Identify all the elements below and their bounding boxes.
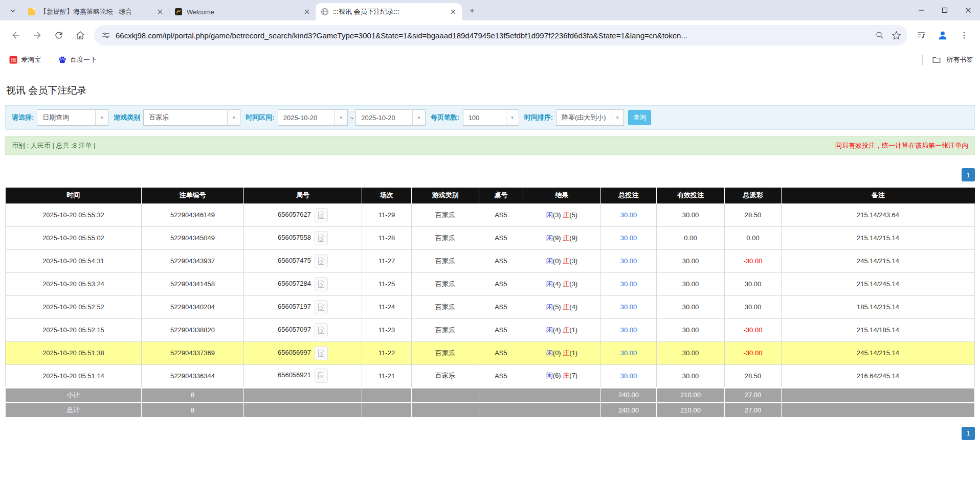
result-player: 闲	[546, 257, 553, 265]
video-replay-button[interactable]	[315, 208, 328, 222]
all-bookmarks-label[interactable]: 所有书签	[946, 55, 973, 64]
video-replay-button[interactable]	[315, 369, 328, 383]
total-bet-link[interactable]: 30.00	[620, 280, 637, 288]
chevron-down-icon: ▾	[611, 110, 623, 125]
summary-cell: 小计	[6, 387, 142, 402]
video-replay-button[interactable]	[315, 300, 328, 314]
result-player-count: (4)	[553, 280, 561, 288]
page-1-button[interactable]: 1	[962, 427, 975, 440]
video-replay-button[interactable]	[315, 231, 328, 245]
time-cell: 2025-10-20 05:54:31	[6, 249, 142, 272]
video-replay-button[interactable]	[315, 323, 328, 337]
total-bet-link[interactable]: 30.00	[620, 234, 637, 242]
valid-bet-cell: 30.00	[657, 341, 725, 364]
bookmarks-bar: 淘 爱淘宝 百度一下 所有书签	[0, 50, 980, 70]
media-controls-button[interactable]	[912, 26, 930, 44]
total-bet-link[interactable]: 30.00	[620, 372, 637, 380]
new-tab-button[interactable]	[465, 4, 479, 18]
date-range-tilde: ~	[350, 114, 354, 122]
result-banker: 庄	[563, 349, 569, 357]
reload-button[interactable]	[50, 26, 68, 44]
site-info-icon[interactable]	[101, 31, 110, 40]
payout-cell: -30.00	[725, 341, 782, 364]
page-1-button[interactable]: 1	[962, 168, 975, 181]
minimize-button[interactable]	[909, 0, 933, 20]
tab-welcome[interactable]: Welcome	[169, 3, 316, 20]
tab-search-button[interactable]	[5, 3, 20, 18]
column-header: 时间	[6, 188, 142, 203]
bookmark-taobao[interactable]: 淘 爱淘宝	[7, 53, 43, 67]
game-type-select[interactable]: 百家乐 ▾	[143, 109, 240, 126]
page-size-value: 100	[463, 110, 506, 125]
total-bet-cell: 30.00	[601, 318, 657, 341]
session-cell: 11-23	[362, 318, 412, 341]
game-type-cell: 百家乐	[412, 226, 479, 249]
profile-avatar[interactable]	[933, 26, 952, 44]
baidu-paw-icon	[58, 56, 66, 64]
round-number: 656057097	[278, 326, 311, 333]
total-bet-cell: 30.00	[601, 249, 657, 272]
result-player: 闲	[546, 326, 553, 334]
session-cell: 11-21	[362, 364, 412, 387]
chevron-down-icon: ▾	[95, 110, 108, 125]
total-bet-link[interactable]: 30.00	[620, 303, 637, 311]
total-bet-link[interactable]: 30.00	[620, 211, 637, 219]
tab-close-icon[interactable]	[302, 7, 311, 16]
sort-order-select[interactable]: 降幂(由大到小) ▾	[556, 109, 624, 126]
page-size-select[interactable]: 100 ▾	[463, 109, 519, 126]
result-banker-count: (1)	[569, 326, 577, 334]
zoom-button[interactable]	[872, 27, 888, 43]
tab-bet-records[interactable]: :::视讯 会员下注纪录:::	[316, 3, 462, 20]
game-type-cell: 百家乐	[412, 272, 479, 295]
chevron-down-icon: ▾	[227, 110, 240, 125]
bookmark-baidu[interactable]: 百度一下	[56, 53, 99, 67]
total-bet-link[interactable]: 30.00	[620, 349, 637, 357]
query-type-select[interactable]: 日期查询 ▾	[37, 109, 108, 126]
omnibox[interactable]: 66cxkj98.com/ipl/portal.php/game/betreco…	[94, 25, 907, 45]
result-banker: 庄	[563, 234, 569, 242]
column-header: 注单编号	[142, 188, 244, 203]
table-no-cell: AS5	[479, 318, 523, 341]
game-type-cell: 百家乐	[412, 341, 479, 364]
tab-close-icon[interactable]	[155, 7, 165, 16]
column-header: 备注	[782, 188, 975, 203]
maximize-button[interactable]	[933, 0, 956, 20]
date-to-select[interactable]: 2025-10-20 ▾	[355, 109, 426, 126]
round-number: 656056921	[278, 371, 311, 379]
tab-close-icon[interactable]	[449, 7, 458, 16]
result-banker: 庄	[563, 326, 569, 334]
chevron-down-icon	[9, 7, 17, 15]
url-text[interactable]: 66cxkj98.com/ipl/portal.php/game/betreco…	[116, 31, 866, 40]
back-button[interactable]	[7, 26, 25, 44]
total-bet-link[interactable]: 30.00	[620, 257, 637, 265]
time-cell: 2025-10-20 05:55:32	[6, 203, 142, 226]
sort-order-value: 降幂(由大到小)	[556, 110, 611, 125]
query-type-label: 请选择:	[12, 113, 34, 122]
tab-forum[interactable]: 【新提醒】海燕策略论坛 - 综合	[23, 3, 169, 20]
result-banker-count: (7)	[569, 372, 577, 379]
total-bet-link[interactable]: 30.00	[620, 326, 637, 334]
video-replay-button[interactable]	[315, 346, 328, 360]
round-number: 656057284	[278, 280, 311, 287]
summary-cell	[362, 387, 412, 402]
summary-cell: 27.00	[725, 387, 782, 402]
browser-menu-button[interactable]	[955, 26, 973, 44]
video-replay-button[interactable]	[315, 254, 328, 268]
column-header: 结果	[523, 188, 601, 203]
bookmarks-right: 所有书签	[922, 55, 973, 65]
bookmark-star-button[interactable]	[888, 27, 904, 43]
video-replay-icon	[318, 211, 325, 219]
result-player: 闲	[546, 349, 553, 357]
date-to-value: 2025-10-20	[356, 110, 412, 125]
close-window-button[interactable]	[956, 0, 980, 20]
video-replay-button[interactable]	[315, 277, 328, 291]
total-bet-cell: 30.00	[601, 226, 657, 249]
forward-button[interactable]	[28, 26, 47, 44]
search-button[interactable]: 查询	[628, 110, 651, 125]
time-cell: 2025-10-20 05:51:14	[6, 364, 142, 387]
date-from-select[interactable]: 2025-10-20 ▾	[278, 109, 348, 126]
minimize-icon	[918, 7, 924, 13]
home-button[interactable]	[71, 26, 90, 44]
payout-cell: -30.00	[725, 249, 782, 272]
bookmark-label: 爱淘宝	[21, 55, 41, 64]
